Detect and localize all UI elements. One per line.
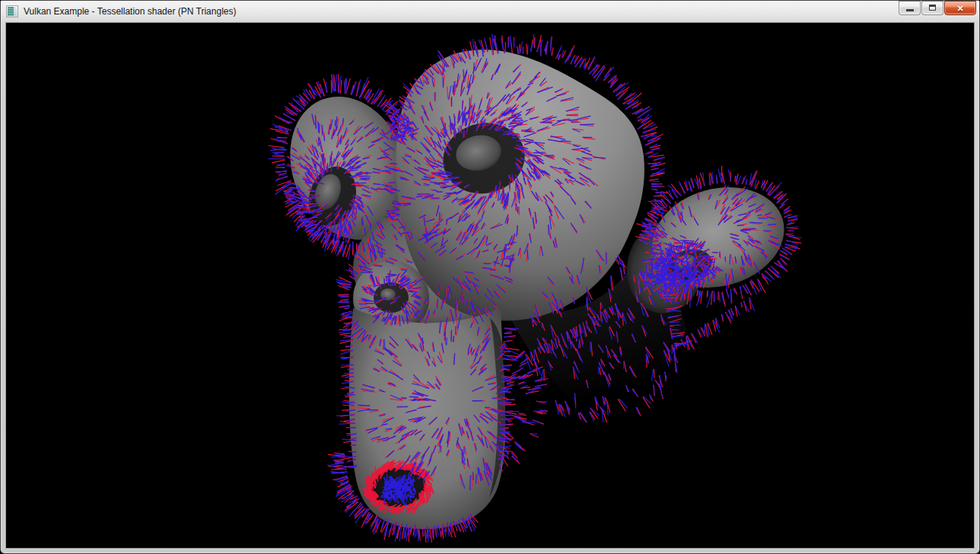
close-icon: ✕ xyxy=(956,4,963,13)
minimize-icon xyxy=(906,9,914,11)
close-button[interactable]: ✕ xyxy=(944,1,976,15)
maximize-button[interactable] xyxy=(921,1,943,15)
maximize-icon xyxy=(929,5,936,11)
app-icon[interactable] xyxy=(6,5,18,18)
render-canvas[interactable] xyxy=(6,23,974,548)
window-title: Vulkan Example - Tessellation shader (PN… xyxy=(22,6,236,17)
render-viewport xyxy=(5,22,975,549)
minimize-button[interactable] xyxy=(899,1,921,15)
app-icon-content xyxy=(8,7,14,16)
app-window: Vulkan Example - Tessellation shader (PN… xyxy=(0,0,980,554)
window-controls: ✕ xyxy=(899,1,976,15)
title-bar[interactable]: Vulkan Example - Tessellation shader (PN… xyxy=(1,1,979,22)
